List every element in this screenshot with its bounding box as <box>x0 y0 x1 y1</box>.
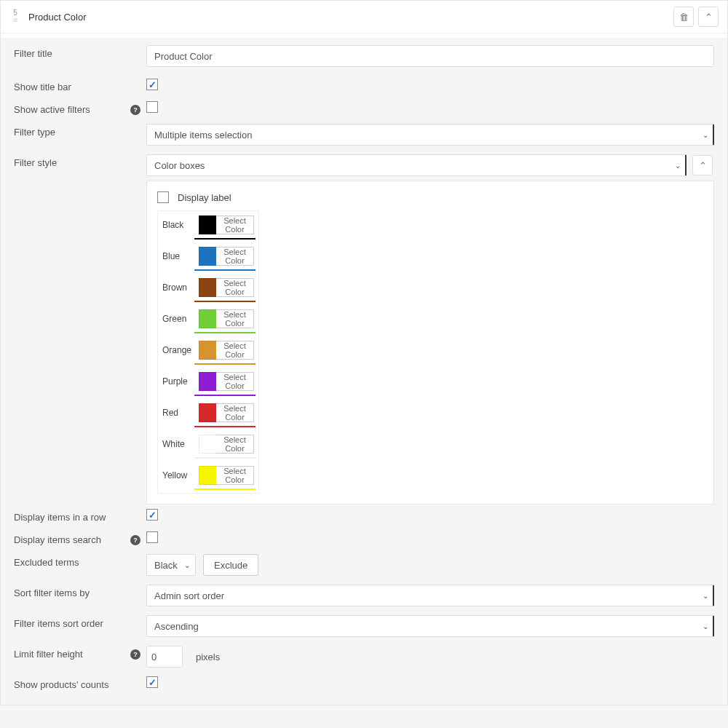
select-color-button[interactable]: Select Color <box>199 215 254 234</box>
color-list: BlackSelect ColorBlueSelect ColorBrownSe… <box>157 210 259 494</box>
select-color-label: Select Color <box>216 466 254 485</box>
label-filter-title: Filter title <box>14 45 146 59</box>
select-color-button[interactable]: Select Color <box>199 466 254 485</box>
filter-type-select[interactable]: Multiple items selection <box>146 124 714 146</box>
row-limit-height: Limit filter height ? pixels <box>1 641 727 672</box>
color-swatch <box>199 372 216 391</box>
label-sort-by: Sort filter items by <box>14 585 146 598</box>
select-color-button[interactable]: Select Color <box>199 403 254 422</box>
row-show-active-filters: Show active filters ? <box>1 97 727 119</box>
filter-style-box: Display label BlackSelect ColorBlueSelec… <box>146 181 714 505</box>
color-name: Brown <box>162 282 194 293</box>
color-name: Yellow <box>162 470 194 480</box>
color-row: BlueSelect Color <box>158 242 258 270</box>
color-swatch <box>199 309 216 328</box>
filter-title-input[interactable] <box>146 45 714 67</box>
select-color-label: Select Color <box>216 247 254 266</box>
color-underline <box>194 395 256 396</box>
show-counts-checkbox[interactable] <box>146 676 158 688</box>
chevron-up-icon: ⌃ <box>699 160 707 171</box>
label-excluded-terms: Excluded terms <box>14 554 146 568</box>
chevron-up-icon: ⌃ <box>705 12 713 23</box>
help-icon[interactable]: ? <box>130 105 141 115</box>
select-color-label: Select Color <box>216 403 254 422</box>
row-filter-title: Filter title <box>1 38 727 74</box>
row-sort-by: Sort filter items by Admin sort order ⌄ <box>1 580 727 611</box>
color-row: WhiteSelect Color <box>158 430 258 458</box>
label-display-items-row: Display items in a row <box>14 509 146 523</box>
row-excluded-terms: Excluded terms Black ⌄ Exclude <box>1 550 727 580</box>
color-underline <box>194 332 256 333</box>
show-title-bar-checkbox[interactable] <box>146 79 158 90</box>
panel-title: Product Color <box>21 12 673 23</box>
style-collapse-button[interactable]: ⌃ <box>692 155 713 175</box>
help-icon[interactable]: ? <box>130 649 141 660</box>
color-underline <box>194 238 256 240</box>
label-show-counts: Show products' counts <box>14 676 146 690</box>
select-color-label: Select Color <box>216 435 254 454</box>
label-filter-type: Filter type <box>14 124 146 138</box>
select-color-button[interactable]: Select Color <box>199 278 254 297</box>
exclude-button[interactable]: Exclude <box>203 554 258 576</box>
label-show-active-filters: Show active filters ? <box>14 101 146 115</box>
select-color-label: Select Color <box>216 278 254 297</box>
row-display-items-search: Display items search ? <box>1 527 727 550</box>
filter-panel: 5 ≡ Product Color 🗑 ⌃ Filter title Show … <box>0 0 728 705</box>
color-swatch <box>199 247 216 266</box>
color-row: PurpleSelect Color <box>158 368 258 395</box>
limit-height-input[interactable] <box>146 646 183 668</box>
color-swatch <box>199 466 216 485</box>
color-name: Purple <box>162 376 194 387</box>
color-row: YellowSelect Color <box>158 462 258 489</box>
select-color-label: Select Color <box>216 341 254 360</box>
help-icon[interactable]: ? <box>130 535 141 545</box>
excluded-term-select[interactable]: Black <box>146 554 196 576</box>
label-filter-style: Filter style <box>14 154 146 168</box>
label-display-label: Display label <box>178 192 232 203</box>
label-show-title-bar: Show title bar <box>14 79 146 92</box>
color-underline <box>194 488 256 490</box>
filter-style-select[interactable]: Color boxes <box>146 154 687 176</box>
select-color-label: Select Color <box>216 309 254 328</box>
grip-icon: ≡ <box>9 17 21 24</box>
select-color-button[interactable]: Select Color <box>199 435 254 454</box>
color-row: BlackSelect Color <box>158 211 258 239</box>
color-underline <box>194 363 256 365</box>
row-display-items-row: Display items in a row <box>1 505 727 527</box>
row-show-title-bar: Show title bar <box>1 74 727 97</box>
panel-actions: 🗑 ⌃ <box>673 7 719 27</box>
row-show-counts: Show products' counts <box>1 672 727 695</box>
select-color-button[interactable]: Select Color <box>199 341 254 360</box>
delete-button[interactable]: 🗑 <box>673 7 694 27</box>
color-row: BrownSelect Color <box>158 274 258 301</box>
row-filter-type: Filter type Multiple items selection ⌄ <box>1 119 727 150</box>
sort-order-select[interactable]: Ascending <box>146 615 714 637</box>
label-sort-order: Filter items sort order <box>14 615 146 629</box>
show-active-filters-checkbox[interactable] <box>146 101 158 113</box>
panel-header: 5 ≡ Product Color 🗑 ⌃ <box>1 1 727 33</box>
select-color-button[interactable]: Select Color <box>199 372 254 391</box>
trash-icon: 🗑 <box>679 12 689 23</box>
pixels-suffix: pixels <box>196 652 220 662</box>
display-label-checkbox[interactable] <box>157 191 169 203</box>
color-swatch <box>199 278 216 297</box>
color-row: OrangeSelect Color <box>158 336 258 364</box>
color-name: Green <box>162 314 194 324</box>
select-color-label: Select Color <box>216 372 254 391</box>
display-items-row-checkbox[interactable] <box>146 509 158 521</box>
color-row: RedSelect Color <box>158 399 258 427</box>
sort-by-select[interactable]: Admin sort order <box>146 585 714 606</box>
select-color-button[interactable]: Select Color <box>199 309 254 328</box>
label-display-items-search: Display items search ? <box>14 531 146 545</box>
row-filter-style: Filter style Color boxes ⌄ ⌃ <box>1 150 727 181</box>
row-sort-order: Filter items sort order Ascending ⌄ <box>1 611 727 641</box>
drag-handle[interactable]: 5 ≡ <box>9 9 21 24</box>
label-limit-height: Limit filter height ? <box>14 646 146 660</box>
color-name: White <box>162 439 194 449</box>
color-name: Black <box>162 220 194 230</box>
select-color-label: Select Color <box>216 215 254 234</box>
display-items-search-checkbox[interactable] <box>146 531 158 543</box>
select-color-button[interactable]: Select Color <box>199 247 254 266</box>
color-swatch <box>199 435 216 454</box>
collapse-button[interactable]: ⌃ <box>698 7 719 27</box>
